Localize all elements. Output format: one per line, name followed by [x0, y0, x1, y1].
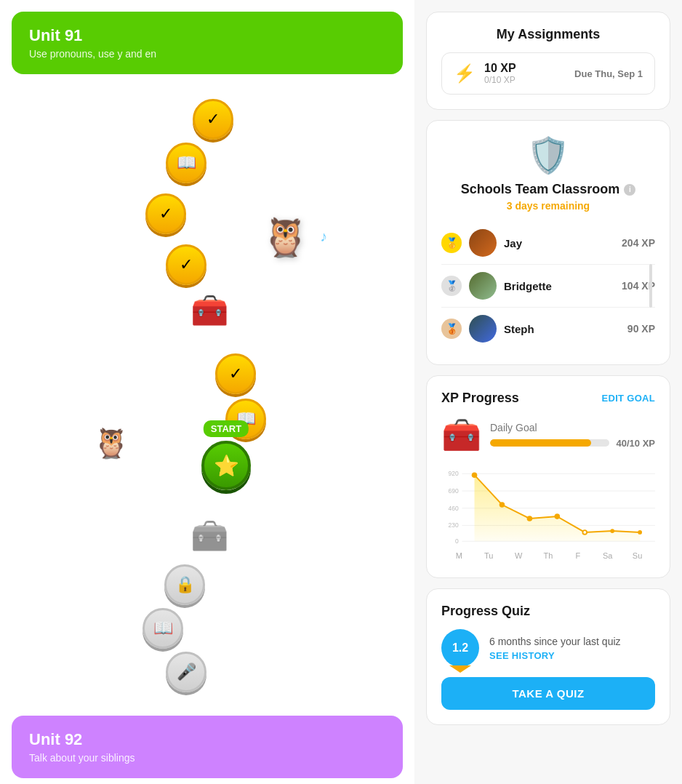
start-node[interactable]: ⭐ [201, 441, 251, 490]
player-xp-1: 204 XP [622, 237, 655, 249]
chart-label-f: F [563, 551, 593, 560]
left-panel: Unit 91 Use pronouns, use y and en ✓ 📖 ✓… [0, 0, 414, 784]
node-locked-mic: 🎤 [166, 652, 206, 692]
svg-text:690: 690 [448, 487, 458, 495]
rank-badge-2: 🥈 [441, 276, 462, 296]
bolt-icon: ⚡ [454, 63, 476, 84]
assignments-card: My Assignments ⚡ 10 XP 0/10 XP Due Thu, … [426, 12, 670, 110]
leaderboard-row: 🥇 Jay 204 XP [441, 222, 655, 265]
node-gold-1[interactable]: ✓ [193, 99, 233, 140]
node-locked-lock: 🔒 [164, 564, 205, 605]
unit92-footer: Unit 92 Talk about your siblings [12, 716, 403, 778]
quiz-info-row: 1.2 6 months since your last quiz SEE HI… [441, 629, 655, 667]
avatar-1 [469, 229, 497, 257]
chart-label-th: Th [534, 551, 563, 560]
quiz-text: 6 months since your last quiz SEE HISTOR… [489, 636, 655, 661]
goal-xp-text: 40/10 XP [617, 438, 656, 449]
assignment-due: Due Thu, Sep 1 [574, 68, 643, 79]
player-xp-3: 90 XP [627, 323, 655, 335]
goal-bar-wrap: 40/10 XP [490, 438, 655, 449]
chart-label-su: Su [622, 551, 652, 560]
xp-progress-card: XP Progress EDIT GOAL 🧰 Daily Goal 40/10… [426, 375, 670, 578]
rank-badge-1: 🥇 [441, 233, 462, 253]
svg-text:920: 920 [448, 470, 458, 477]
info-icon[interactable]: i [624, 184, 635, 196]
chart-x-labels: M Tu W Th F Sa Su [441, 551, 655, 560]
quiz-title: Progress Quiz [441, 604, 655, 619]
chart-label-m: M [444, 551, 474, 560]
leaderboard-list: 🥇 Jay 204 XP 🥈 Bridgette 104 XP 🥉 Steph [441, 222, 655, 350]
unit91-subtitle: Use pronouns, use y and en [29, 48, 385, 60]
goal-bar-fill [490, 439, 591, 447]
svg-text:460: 460 [448, 505, 458, 512]
assignments-title: My Assignments [441, 27, 655, 42]
svg-text:230: 230 [448, 521, 458, 529]
leaderboard-row: 🥈 Bridgette 104 XP [441, 265, 655, 308]
edit-goal-button[interactable]: EDIT GOAL [602, 393, 655, 404]
quiz-months: 6 months since your last quiz [489, 636, 655, 647]
chart-label-w: W [504, 551, 534, 560]
goal-info: Daily Goal 40/10 XP [490, 422, 655, 449]
quiz-card: Progress Quiz 1.2 6 months since your la… [426, 588, 670, 725]
daily-chest-icon: 🧰 [441, 416, 481, 454]
node-locked-book: 📖 [143, 608, 183, 649]
node-gold-4[interactable]: ✓ [215, 353, 256, 394]
schools-card: 🛡️ Schools Team Classroom i 3 days remai… [426, 120, 670, 365]
music-note-icon: ♪ [320, 228, 327, 245]
xp-amount: 10 XP [484, 62, 566, 75]
avatar-2 [469, 272, 497, 300]
node-gold-2[interactable]: ✓ [145, 193, 186, 234]
goal-bar [490, 439, 609, 447]
chart-label-sa: Sa [593, 551, 622, 560]
owl-mascot-small: 🦉 [93, 426, 129, 460]
chart-point-sa [610, 529, 614, 533]
unit92-title: Unit 92 [29, 730, 385, 749]
leaderboard: 🥇 Jay 204 XP 🥈 Bridgette 104 XP 🥉 Steph [441, 222, 655, 350]
player-name-1: Jay [504, 237, 614, 249]
xp-progress-header: XP Progress EDIT GOAL [441, 391, 655, 406]
chart-point-th [555, 513, 561, 519]
start-label: START [204, 420, 249, 437]
right-panel: My Assignments ⚡ 10 XP 0/10 XP Due Thu, … [414, 0, 682, 784]
owl-mascot-top: 🦉 [262, 215, 309, 260]
rank-badge-3: 🥉 [441, 319, 462, 339]
xp-progress-text: 0/10 XP [484, 75, 566, 85]
chart-point-tu [500, 502, 505, 508]
chart-point-su [638, 530, 642, 535]
shield-icon: 🛡️ [441, 135, 655, 176]
path-container: ✓ 📖 ✓ 🦉 ♪ ✓ 🧰 ✓ 📖 🦉 START ⭐ 🧰 🔒 📖 🎤 [0, 86, 414, 704]
scrollbar [649, 264, 652, 308]
chest-locked: 🧰 [188, 513, 231, 557]
unit92-subtitle: Talk about your siblings [29, 752, 385, 764]
assignment-item: ⚡ 10 XP 0/10 XP Due Thu, Sep 1 [441, 52, 655, 95]
quiz-badge: 1.2 [441, 629, 479, 667]
player-name-2: Bridgette [504, 280, 614, 292]
leaderboard-row: 🥉 Steph 90 XP [441, 308, 655, 350]
see-history-link[interactable]: SEE HISTORY [489, 650, 655, 661]
svg-text:0: 0 [455, 537, 459, 545]
take-quiz-button[interactable]: TAKE A QUIZ [441, 677, 655, 710]
node-gold-3[interactable]: ✓ [166, 244, 206, 285]
unit91-header: Unit 91 Use pronouns, use y and en [12, 12, 403, 74]
chart-point-w [527, 516, 533, 521]
node-gold-book-1[interactable]: 📖 [166, 143, 206, 183]
xp-chart-svg: 920 690 460 230 0 [441, 461, 655, 548]
start-wrapper[interactable]: START ⭐ [201, 441, 251, 490]
player-name-3: Steph [504, 323, 620, 335]
chest-unlocked[interactable]: 🧰 [188, 288, 231, 332]
daily-goal-row: 🧰 Daily Goal 40/10 XP [441, 416, 655, 454]
chart-area: 920 690 460 230 0 [441, 461, 655, 563]
schools-title: Schools Team Classroom i [441, 182, 655, 197]
chart-point-f [582, 530, 587, 535]
chart-label-tu: Tu [474, 551, 504, 560]
chart-point-m [472, 472, 478, 478]
unit91-title: Unit 91 [29, 26, 385, 45]
assignment-xp-info: 10 XP 0/10 XP [484, 62, 566, 85]
avatar-3 [469, 315, 497, 343]
goal-label: Daily Goal [490, 422, 655, 433]
days-remaining: 3 days remaining [441, 200, 655, 212]
